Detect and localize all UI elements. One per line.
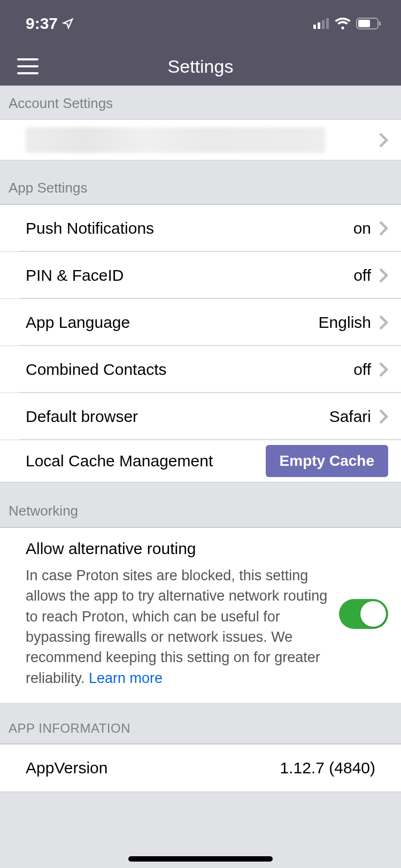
svg-rect-1 xyxy=(318,22,320,29)
row-combined-contacts[interactable]: Combined Contacts off xyxy=(0,346,401,393)
row-label: Default browser xyxy=(26,408,138,426)
row-app-language[interactable]: App Language English xyxy=(0,299,401,346)
row-label: App Language xyxy=(26,313,130,332)
row-push-notifications[interactable]: Push Notifications on xyxy=(0,205,401,252)
svg-rect-9 xyxy=(17,72,38,74)
learn-more-link[interactable]: Learn more xyxy=(89,670,163,686)
app-settings-group: Push Notifications on PIN & FaceID off A… xyxy=(0,204,401,482)
row-local-cache: Local Cache Management Empty Cache xyxy=(0,440,401,482)
cell-signal-icon xyxy=(313,18,329,29)
alt-routing-toggle[interactable] xyxy=(339,599,388,629)
svg-rect-2 xyxy=(322,20,325,29)
row-label: Push Notifications xyxy=(26,219,154,237)
section-header-app: App Settings xyxy=(0,160,401,204)
alt-routing-title: Allow alternative routing xyxy=(26,540,328,558)
svg-rect-3 xyxy=(326,18,329,29)
row-alternative-routing: Allow alternative routing In case Proton… xyxy=(0,527,401,704)
app-version-value: 1.12.7 (4840) xyxy=(280,759,375,777)
svg-rect-5 xyxy=(358,20,370,27)
svg-rect-7 xyxy=(17,58,38,60)
row-label: PIN & FaceID xyxy=(26,266,124,285)
row-app-version: AppVersion 1.12.7 (4840) xyxy=(0,744,401,792)
svg-rect-0 xyxy=(313,25,316,29)
chevron-right-icon xyxy=(379,314,388,331)
row-value: off xyxy=(353,266,371,285)
row-label: Local Cache Management xyxy=(26,452,213,470)
alt-routing-description: In case Proton sites are blocked, this s… xyxy=(26,565,328,688)
svg-rect-8 xyxy=(17,65,38,67)
app-version-label: AppVersion xyxy=(26,759,107,777)
row-value: English xyxy=(319,313,371,332)
battery-icon xyxy=(356,18,382,29)
section-header-account: Account Settings xyxy=(0,86,401,120)
row-value: on xyxy=(353,219,371,237)
status-bar: 9:37 xyxy=(0,0,401,47)
chevron-right-icon xyxy=(379,132,388,148)
page-title: Settings xyxy=(168,56,234,77)
menu-button[interactable] xyxy=(17,58,38,74)
row-pin-faceid[interactable]: PIN & FaceID off xyxy=(0,252,401,299)
hamburger-icon xyxy=(17,58,38,74)
row-label: Combined Contacts xyxy=(26,360,166,379)
empty-cache-button[interactable]: Empty Cache xyxy=(266,445,388,477)
wifi-icon xyxy=(335,18,351,29)
section-header-app-info: APP INFORMATION xyxy=(0,704,401,744)
account-redacted xyxy=(26,127,325,153)
row-value: off xyxy=(353,360,371,379)
chevron-right-icon xyxy=(379,409,388,425)
home-indicator[interactable] xyxy=(128,856,273,862)
row-default-browser[interactable]: Default browser Safari xyxy=(0,393,401,440)
section-header-networking: Networking xyxy=(0,482,401,527)
chevron-right-icon xyxy=(379,220,388,236)
chevron-right-icon xyxy=(379,267,388,283)
status-time: 9:37 xyxy=(26,14,58,33)
svg-rect-6 xyxy=(379,21,381,26)
toggle-knob xyxy=(360,601,386,627)
account-row[interactable] xyxy=(0,120,401,160)
location-icon xyxy=(62,18,74,29)
row-value: Safari xyxy=(329,408,371,426)
chevron-right-icon xyxy=(379,362,388,378)
nav-bar: Settings xyxy=(0,47,401,86)
